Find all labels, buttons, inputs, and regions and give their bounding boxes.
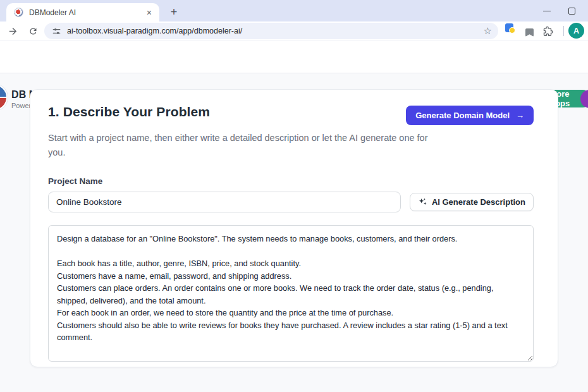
- reload-icon[interactable]: [25, 23, 40, 39]
- ai-generate-description-button[interactable]: AI Generate Description: [410, 193, 534, 211]
- address-bar[interactable]: ai-toolbox.visual-paradigm.com/app/dbmod…: [44, 23, 498, 39]
- section-subtitle: Start with a project name, then either w…: [48, 131, 434, 160]
- section-heading: 1. Describe Your Problem: [48, 104, 210, 119]
- app-logo: [0, 84, 8, 111]
- project-name-input[interactable]: [48, 192, 401, 212]
- browser-toolbar: ai-toolbox.visual-paradigm.com/app/dbmod…: [0, 21, 588, 40]
- site-info-icon[interactable]: [52, 27, 61, 36]
- sparkles-icon: [418, 197, 427, 207]
- tab-title: DBModeler AI: [29, 8, 145, 17]
- browser-profile-avatar[interactable]: A: [568, 23, 584, 39]
- project-name-label: Project Name: [48, 176, 534, 186]
- arrow-right-icon: →: [516, 111, 524, 120]
- generate-domain-model-button[interactable]: Generate Domain Model →: [406, 106, 534, 125]
- extension-icon-blue[interactable]: [505, 23, 513, 32]
- extension-icon-gray[interactable]: [525, 28, 534, 37]
- description-textarea[interactable]: Design a database for an "Online Booksto…: [48, 225, 534, 362]
- browser-tab-strip: DBModeler AI × +: [0, 0, 588, 21]
- bookmark-star-icon[interactable]: ☆: [484, 25, 492, 37]
- window-controls: [543, 0, 575, 21]
- describe-problem-card: 1. Describe Your Problem Generate Domain…: [30, 89, 558, 367]
- app-header: DB Modeler AI Powered by Visual Paradigm…: [0, 40, 588, 73]
- extensions-puzzle-icon[interactable]: [542, 26, 553, 37]
- tab-close-icon[interactable]: ×: [145, 8, 153, 17]
- site-favicon-icon: [14, 8, 23, 17]
- toolbar-divider: [563, 26, 564, 36]
- browser-tab[interactable]: DBModeler AI ×: [6, 3, 159, 21]
- url-text[interactable]: ai-toolbox.visual-paradigm.com/app/dbmod…: [67, 27, 484, 35]
- new-tab-button[interactable]: +: [166, 4, 181, 20]
- window-minimize-icon[interactable]: [543, 11, 551, 11]
- forward-icon[interactable]: [5, 23, 20, 39]
- window-maximize-icon[interactable]: [568, 8, 575, 15]
